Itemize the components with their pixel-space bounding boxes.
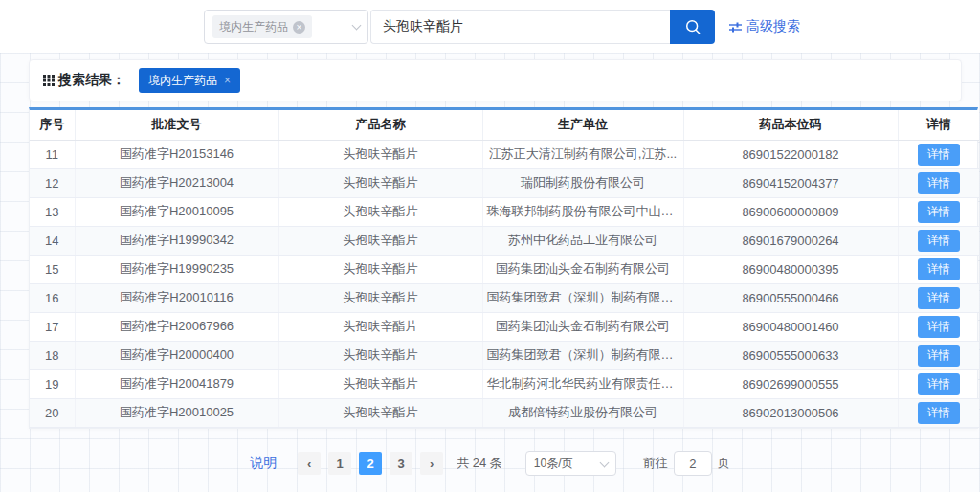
- cell-product: 头孢呋辛酯片: [278, 341, 482, 369]
- table-row: 16国药准字H20010116头孢呋辛酯片国药集团致君（深圳）制药有限公...8…: [30, 283, 979, 312]
- cell-approval: 国药准字H19990342: [75, 226, 278, 255]
- next-page-button[interactable]: ›: [420, 452, 443, 475]
- cell-detail: 详情: [898, 398, 979, 427]
- search-icon: [683, 17, 702, 36]
- cell-code: 86904152004377: [683, 168, 898, 197]
- cell-manufacturer: 国药集团致君（深圳）制药有限公...: [482, 341, 683, 369]
- cell-product: 头孢呋辛酯片: [278, 168, 482, 197]
- cell-detail: 详情: [898, 255, 979, 283]
- cell-manufacturer: 苏州中化药品工业有限公司: [482, 226, 683, 255]
- cell-no: 13: [30, 197, 75, 226]
- table-header-row: 序号 批准文号 产品名称 生产单位 药品本位码 详情: [30, 110, 979, 140]
- table-row: 18国药准字H20000400头孢呋辛酯片国药集团致君（深圳）制药有限公...8…: [30, 341, 979, 369]
- cell-manufacturer: 国药集团汕头金石制药有限公司: [482, 255, 683, 283]
- table-body: 11国药准字H20153146头孢呋辛酯片江苏正大清江制药有限公司,江苏...8…: [30, 140, 979, 427]
- cell-product: 头孢呋辛酯片: [278, 255, 482, 283]
- cell-no: 15: [30, 255, 75, 283]
- table-row: 19国药准字H20041879头孢呋辛酯片华北制药河北华民药业有限责任公...8…: [30, 369, 979, 398]
- cell-detail: 详情: [898, 369, 979, 398]
- cell-no: 14: [30, 226, 75, 255]
- page-number-3[interactable]: 3: [390, 452, 412, 475]
- detail-button[interactable]: 详情: [918, 144, 960, 166]
- search-results-bar: 搜索结果： 境内生产药品 ×: [29, 59, 962, 101]
- category-select[interactable]: 境内生产药品 ×: [204, 10, 368, 44]
- cell-detail: 详情: [898, 168, 979, 197]
- detail-button[interactable]: 详情: [918, 287, 960, 309]
- cell-manufacturer: 江苏正大清江制药有限公司,江苏...: [482, 140, 683, 168]
- cell-manufacturer: 珠海联邦制药股份有限公司中山分...: [482, 197, 683, 226]
- tag-close-icon[interactable]: ×: [224, 74, 231, 87]
- results-label-text: 搜索结果：: [58, 72, 125, 89]
- goto-page: 前往 页: [643, 451, 730, 476]
- cell-no: 11: [30, 140, 75, 168]
- cell-code: 86902013000506: [683, 398, 898, 427]
- table-row: 11国药准字H20153146头孢呋辛酯片江苏正大清江制药有限公司,江苏...8…: [30, 140, 979, 168]
- category-tag: 境内生产药品 ×: [212, 15, 312, 38]
- chevron-down-icon: [599, 458, 609, 467]
- goto-page-input[interactable]: [674, 451, 712, 476]
- total-count: 共 24 条: [457, 455, 502, 472]
- detail-button[interactable]: 详情: [918, 258, 960, 280]
- cell-approval: 国药准字H20010025: [75, 398, 278, 427]
- filter-sliders-icon: [729, 21, 742, 34]
- cell-approval: 国药准字H20010116: [75, 283, 278, 312]
- col-header-approval: 批准文号: [75, 110, 278, 140]
- cell-product: 头孢呋辛酯片: [278, 369, 482, 398]
- cell-product: 头孢呋辛酯片: [278, 197, 482, 226]
- chevron-down-icon: [352, 21, 362, 31]
- result-filter-tag[interactable]: 境内生产药品 ×: [139, 68, 240, 93]
- detail-button[interactable]: 详情: [918, 230, 960, 252]
- results-table-card: 序号 批准文号 产品名称 生产单位 药品本位码 详情 11国药准字H201531…: [29, 107, 978, 429]
- cell-approval: 国药准字H20000400: [75, 341, 278, 369]
- detail-button[interactable]: 详情: [918, 345, 960, 367]
- detail-button[interactable]: 详情: [918, 201, 960, 223]
- note-link[interactable]: 说明: [250, 455, 277, 472]
- page-number-1[interactable]: 1: [328, 452, 351, 475]
- cell-approval: 国药准字H20153146: [75, 140, 278, 168]
- grid-icon: [43, 75, 55, 86]
- detail-button[interactable]: 详情: [918, 172, 960, 194]
- cell-detail: 详情: [898, 283, 979, 312]
- cell-approval: 国药准字H19990235: [75, 255, 278, 283]
- results-label: 搜索结果：: [43, 72, 125, 89]
- page-number-2[interactable]: 2: [359, 452, 382, 475]
- table-row: 15国药准字H19990235头孢呋辛酯片国药集团汕头金石制药有限公司86900…: [30, 255, 979, 283]
- cell-no: 19: [30, 369, 75, 398]
- prev-page-button[interactable]: ‹: [298, 452, 321, 475]
- cell-manufacturer: 瑞阳制药股份有限公司: [482, 168, 683, 197]
- category-tag-remove-icon[interactable]: ×: [293, 21, 305, 34]
- cell-code: 86902699000555: [683, 369, 898, 398]
- cell-manufacturer: 华北制药河北华民药业有限责任公...: [482, 369, 683, 398]
- results-table: 序号 批准文号 产品名称 生产单位 药品本位码 详情 11国药准字H201531…: [30, 110, 979, 428]
- cell-code: 86901522000182: [683, 140, 898, 168]
- cell-detail: 详情: [898, 341, 979, 369]
- cell-code: 86900480001460: [683, 312, 898, 341]
- detail-button[interactable]: 详情: [918, 316, 960, 338]
- col-header-code: 药品本位码: [683, 110, 898, 140]
- cell-approval: 国药准字H20010095: [75, 197, 278, 226]
- cell-code: 86900555000633: [683, 341, 898, 369]
- table-row: 20国药准字H20010025头孢呋辛酯片成都倍特药业股份有限公司8690201…: [30, 398, 979, 427]
- table-row: 14国药准字H19990342头孢呋辛酯片苏州中化药品工业有限公司8690167…: [30, 226, 979, 255]
- cell-product: 头孢呋辛酯片: [278, 283, 482, 312]
- cell-approval: 国药准字H20041879: [75, 369, 278, 398]
- cell-manufacturer: 成都倍特药业股份有限公司: [482, 398, 683, 427]
- advanced-search-link[interactable]: 高级搜索: [729, 17, 800, 36]
- cell-no: 12: [30, 168, 75, 197]
- goto-suffix: 页: [718, 455, 730, 472]
- detail-button[interactable]: 详情: [918, 402, 960, 424]
- search-section: 境内生产药品 × 高级搜索: [0, 10, 980, 44]
- cell-product: 头孢呋辛酯片: [278, 398, 482, 427]
- col-header-detail: 详情: [898, 110, 979, 140]
- col-header-no: 序号: [30, 110, 75, 140]
- detail-button[interactable]: 详情: [918, 373, 960, 395]
- cell-no: 17: [30, 312, 75, 341]
- cell-no: 20: [30, 398, 75, 427]
- advanced-search-label: 高级搜索: [746, 18, 800, 35]
- cell-approval: 国药准字H20213004: [75, 168, 278, 197]
- cell-product: 头孢呋辛酯片: [278, 140, 482, 168]
- search-button[interactable]: [670, 10, 715, 44]
- search-input[interactable]: [370, 10, 670, 44]
- cell-product: 头孢呋辛酯片: [278, 312, 482, 341]
- page-size-select[interactable]: 10条/页: [525, 451, 616, 476]
